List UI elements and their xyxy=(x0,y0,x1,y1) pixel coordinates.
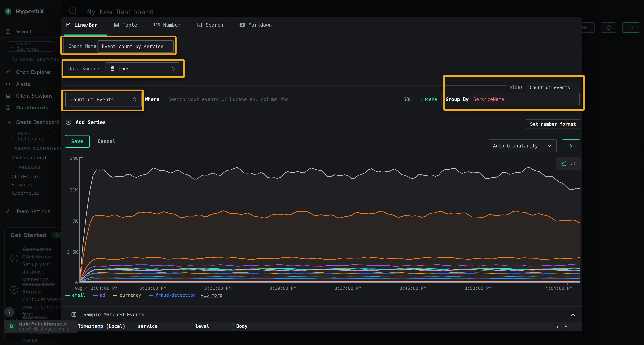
column-header-level[interactable]: level xyxy=(195,324,209,329)
x-tick-label: 3:29:00 PM xyxy=(270,286,296,291)
highlight-data-source xyxy=(62,59,185,78)
x-tick-label: 3:45:00 PM xyxy=(400,286,426,291)
x-tick xyxy=(153,283,153,285)
user-email: dale@clickhouse.c xyxy=(19,321,69,327)
tab-table[interactable]: Table xyxy=(114,22,137,28)
lucene-mode-toggle[interactable]: Lucene xyxy=(420,97,437,102)
x-axis-line xyxy=(80,283,580,283)
tab-markdown[interactable]: Markdown xyxy=(239,22,272,28)
document-lines-icon xyxy=(197,22,202,28)
where-search-input[interactable]: Search your events w/ Lucene ex. column:… xyxy=(164,93,442,106)
y-tick-label: 3.5K xyxy=(67,250,78,255)
table-icon xyxy=(114,22,119,28)
granularity-select[interactable]: Auto Granularity xyxy=(488,139,557,152)
legend-swatch xyxy=(113,295,117,296)
tab-number[interactable]: 123 Number xyxy=(153,22,180,28)
table-body-area xyxy=(61,331,582,345)
save-button[interactable]: Save xyxy=(65,135,90,148)
column-resize-handle[interactable] xyxy=(134,323,134,330)
where-label: Where xyxy=(145,96,160,102)
list-icon xyxy=(71,311,77,318)
where-placeholder: Search your events w/ Lucene ex. column:… xyxy=(168,97,289,102)
column-header-timestamp[interactable]: Timestamp (Local) xyxy=(78,324,126,329)
highlight-group-by-alias xyxy=(443,75,585,111)
x-tick xyxy=(218,283,218,285)
x-tick xyxy=(80,283,80,285)
play-icon xyxy=(569,144,574,148)
legend-item[interactable]: email xyxy=(65,293,86,298)
avatar: D xyxy=(7,322,16,331)
y-tick-label: 0 xyxy=(75,280,78,286)
x-tick-label: 3:13:00 PM xyxy=(139,286,166,291)
row-divider xyxy=(65,58,576,58)
y-tick-label: 11K xyxy=(70,187,78,193)
highlight-chart-name xyxy=(60,35,176,55)
x-tick xyxy=(478,283,478,285)
plus-circle-icon xyxy=(65,119,72,125)
x-tick-label: 3:53:00 PM xyxy=(464,286,492,291)
legend-swatch xyxy=(93,295,98,296)
row-divider xyxy=(65,85,507,86)
legend-item[interactable]: currency xyxy=(113,293,141,298)
help-button[interactable]: ? xyxy=(4,307,15,317)
collapse-section-chevron-up-icon[interactable] xyxy=(570,312,576,318)
x-tick-label: 3:21:00 PM xyxy=(204,286,231,291)
column-resize-handle[interactable] xyxy=(192,323,192,330)
x-tick xyxy=(283,283,283,285)
tab-underline-track xyxy=(64,35,580,35)
download-icon[interactable] xyxy=(563,323,569,329)
set-number-format-button[interactable]: Set number format xyxy=(526,119,580,129)
tab-bar: Line/Bar Table 123 Number Search xyxy=(65,22,272,28)
x-tick xyxy=(568,283,568,285)
tab-search[interactable]: Search xyxy=(197,22,223,28)
sort-rows-icon[interactable] xyxy=(553,323,559,329)
add-series-button[interactable]: Add Series xyxy=(65,119,106,125)
column-header-body[interactable]: Body xyxy=(236,324,248,329)
timeseries-chart[interactable] xyxy=(80,157,580,283)
x-tick-label: Aug 4 3:04:00 PM xyxy=(74,286,118,291)
column-header-service[interactable]: service xyxy=(138,324,158,329)
x-tick-label: 4:04:00 PM xyxy=(546,286,572,291)
cancel-button[interactable]: Cancel xyxy=(98,138,116,144)
run-chart-button[interactable] xyxy=(562,139,580,152)
number-123-icon: 123 xyxy=(153,23,160,27)
legend-swatch xyxy=(149,295,153,296)
y-tick-label: 7K xyxy=(72,219,78,224)
legend-item[interactable]: ad xyxy=(93,293,105,298)
user-menu[interactable]: D dale@clickhouse.c dale@clickhouse.com'… xyxy=(4,320,78,333)
chevron-down-icon xyxy=(547,144,552,148)
markdown-icon xyxy=(239,22,245,28)
sql-mode-toggle[interactable]: SQL xyxy=(404,97,412,102)
highlight-aggregation xyxy=(61,89,144,111)
tab-line-bar[interactable]: Line/Bar xyxy=(65,22,98,28)
section-divider xyxy=(61,306,582,307)
legend-item[interactable]: fraud-detection xyxy=(149,293,196,298)
x-tick xyxy=(348,283,348,285)
chart-legend: email ad currency fraud-detection +15 mo… xyxy=(65,293,222,298)
sample-events-header[interactable]: Sample Matched Events xyxy=(71,311,144,318)
legend-more-link[interactable]: +15 more xyxy=(201,293,222,298)
legend-swatch xyxy=(65,295,70,296)
line-chart-icon xyxy=(65,22,71,28)
x-tick xyxy=(413,283,413,285)
chevron-right-icon xyxy=(72,325,75,328)
y-tick-label: 14K xyxy=(70,156,78,161)
user-email-sub: dale@clickhouse.com's xyxy=(19,327,69,332)
x-tick-label: 3:37:00 PM xyxy=(334,286,362,291)
column-resize-handle[interactable] xyxy=(233,323,234,330)
